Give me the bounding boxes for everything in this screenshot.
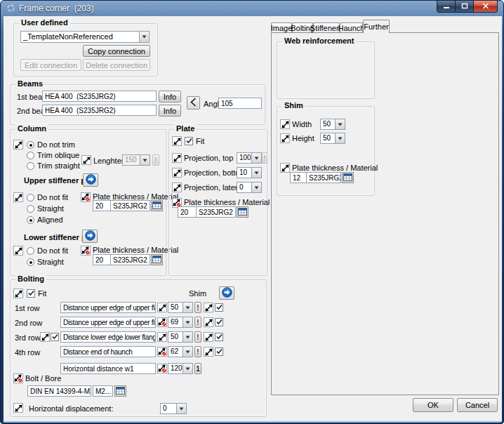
upper-material-field[interactable]: S235JRG2 [110, 200, 150, 211]
shim-height-select[interactable]: 50 [320, 133, 345, 144]
radio-lower-do-not-fit[interactable] [27, 247, 34, 255]
lower-material-field[interactable]: S235JRG2 [110, 254, 150, 265]
standard-toggle-button-modified[interactable] [81, 192, 91, 202]
row3-distance-select[interactable]: 50 [168, 331, 193, 343]
exact-value-button[interactable]: ! [194, 317, 201, 328]
tab-further[interactable]: Further [363, 20, 390, 33]
upper-material-table-button[interactable] [151, 200, 163, 211]
chevron-down-icon[interactable] [183, 317, 192, 327]
chevron-down-icon[interactable] [335, 119, 345, 129]
bolt-table-button[interactable] [114, 385, 126, 397]
standard-toggle-button-modified[interactable] [13, 373, 23, 383]
row2-desc-field[interactable]: Distance upper edge of upper flange [60, 317, 156, 328]
standard-toggle-button[interactable] [13, 192, 23, 202]
exact-value-button[interactable]: ! [194, 302, 201, 313]
standard-toggle-button[interactable] [204, 303, 213, 312]
title-bar[interactable]: Frame corner (203) [1, 1, 503, 16]
horizontal-displacement-select[interactable]: 0 [160, 403, 187, 414]
bolt-size-field[interactable]: M2... [93, 385, 113, 397]
projection-top-select[interactable]: 100 [237, 152, 262, 164]
plate-thickness-field[interactable]: 20 [178, 206, 197, 218]
standard-toggle-button[interactable] [81, 155, 91, 165]
row2-distance-select[interactable]: 69 [168, 317, 193, 328]
chevron-down-icon[interactable] [176, 404, 186, 413]
standard-toggle-button[interactable] [13, 289, 23, 298]
row4-desc-field[interactable]: Distance end of haunch [60, 346, 156, 357]
shim-detail-button[interactable] [219, 286, 234, 300]
close-button[interactable] [473, 1, 498, 13]
second-beam-info-button[interactable]: Info [159, 105, 181, 117]
bolting-fit-checkbox[interactable] [27, 289, 35, 298]
row1-distance-select[interactable]: 50 [168, 302, 193, 313]
tab-haunch[interactable]: Haunch [340, 22, 363, 33]
exact-value-button[interactable]: ! [194, 346, 201, 357]
bolt-standard-field[interactable]: DIN EN 14399-4-M20-10... [27, 385, 91, 397]
row2-enabled-checkbox[interactable] [215, 318, 223, 326]
angle-field[interactable]: 105 [218, 98, 262, 109]
row1-desc-field[interactable]: Distance upper edge of upper flange [60, 302, 156, 313]
chevron-down-icon[interactable] [183, 364, 192, 373]
row3-enabled-checkbox[interactable] [215, 333, 223, 341]
chevron-down-icon[interactable] [335, 133, 345, 143]
standard-toggle-button[interactable] [204, 332, 213, 342]
radio-do-not-trim[interactable] [27, 141, 34, 149]
template-select[interactable]: _TemplateNonReferenced [20, 31, 150, 43]
plate-material-field[interactable]: S235JRG2 [196, 206, 236, 218]
copy-connection-button[interactable]: Copy connection [83, 45, 150, 57]
shim-material-table-button[interactable] [342, 172, 354, 183]
w1-desc-field[interactable]: Horizontal distance w1 [60, 363, 156, 374]
projection-bottom-select[interactable]: 10 [237, 167, 262, 178]
chevron-down-icon[interactable] [183, 303, 192, 312]
plate-material-table-button[interactable] [237, 206, 248, 218]
plate-fit-checkbox[interactable] [185, 137, 193, 145]
projection-lateral-select[interactable]: 0 [237, 182, 262, 193]
chevron-down-icon[interactable] [139, 32, 149, 42]
angle-button[interactable] [187, 96, 200, 110]
first-beam-info-button[interactable]: Info [159, 91, 181, 102]
lower-stiffener-detail-button[interactable] [82, 230, 98, 243]
radio-trim-oblique[interactable] [27, 152, 34, 159]
row1-enabled-checkbox[interactable] [215, 303, 223, 312]
standard-toggle-button[interactable] [204, 317, 213, 327]
second-beam-field[interactable]: HEA 400 (S235JRG2) [42, 105, 157, 116]
chevron-down-icon[interactable] [251, 153, 261, 163]
row4-enabled-checkbox[interactable] [215, 347, 223, 356]
standard-toggle-button[interactable] [280, 119, 290, 129]
shim-thickness-field[interactable]: 12 [290, 172, 307, 183]
first-beam-field[interactable]: HEA 400 (S235JRG2) [42, 91, 157, 102]
tab-image[interactable]: Image [271, 22, 292, 33]
cancel-button[interactable]: Cancel [457, 398, 498, 412]
tab-stiffeners[interactable]: Stiffeners [313, 22, 340, 33]
standard-toggle-button[interactable] [13, 140, 23, 150]
exact-value-button[interactable]: ! [194, 331, 201, 343]
chevron-down-icon[interactable] [183, 332, 192, 342]
radio-trim-straight[interactable] [27, 162, 34, 170]
shim-width-select[interactable]: 50 [320, 119, 345, 130]
row3-active-checkbox[interactable] [51, 333, 59, 341]
standard-toggle-button[interactable] [13, 403, 23, 413]
radio-upper-straight[interactable] [27, 205, 34, 213]
upper-thickness-field[interactable]: 20 [93, 200, 111, 211]
lower-thickness-field[interactable]: 20 [93, 254, 111, 265]
radio-upper-do-not-fit[interactable] [27, 194, 34, 201]
chevron-down-icon[interactable] [183, 347, 192, 357]
standard-toggle-button[interactable] [280, 163, 290, 173]
standard-toggle-button[interactable] [157, 303, 167, 312]
standard-toggle-button[interactable] [172, 153, 182, 163]
row4-distance-select[interactable]: 62 [168, 346, 193, 357]
chevron-down-icon[interactable] [251, 168, 261, 178]
standard-toggle-button[interactable] [157, 332, 167, 342]
standard-toggle-button-modified[interactable] [157, 317, 167, 327]
standard-toggle-button[interactable] [280, 133, 290, 143]
upper-stiffener-detail-button[interactable] [83, 173, 98, 187]
standard-toggle-button-modified[interactable] [157, 347, 167, 357]
row3-desc-field[interactable]: Distance lower edge lower flange [60, 331, 156, 343]
standard-toggle-button[interactable] [13, 246, 23, 256]
standard-toggle-button[interactable] [172, 183, 182, 192]
standard-toggle-button[interactable] [40, 332, 50, 342]
radio-upper-aligned[interactable] [27, 216, 34, 224]
ok-button[interactable]: OK [413, 398, 453, 412]
w1-distance-select[interactable]: 120 [168, 363, 193, 374]
standard-toggle-button-modified[interactable] [157, 364, 167, 373]
standard-toggle-button-modified[interactable] [81, 246, 91, 256]
